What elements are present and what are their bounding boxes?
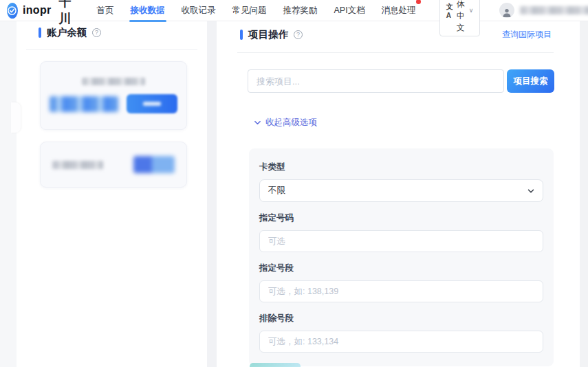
nav-item-api-docs[interactable]: API文档 (334, 0, 365, 22)
question-circle-icon[interactable]: ? (92, 28, 101, 37)
panel-divider-gutter (207, 21, 217, 367)
project-title: 项目操作 ? (240, 28, 303, 41)
divider (26, 49, 197, 50)
brand-name: inopr (23, 4, 52, 16)
main-nav: 首页 接收数据 收取记录 常见问题 推荐奖励 API文档 消息处理 (89, 0, 424, 22)
excluded-prefix-label: 排除号段 (259, 313, 543, 324)
secondary-balance-card (40, 142, 187, 188)
unread-dot-badge (416, 0, 421, 4)
balance-row (50, 94, 177, 113)
project-operations-panel: 项目操作 ? 查询国际项目 项目搜索 收起高级选项 卡类型 不限 (237, 21, 579, 367)
card-type-selected-value: 不限 (268, 185, 285, 197)
brand-logo[interactable]: inopr 千川 (7, 0, 76, 27)
project-panel-title: 项目操作 (248, 28, 288, 41)
language-selector[interactable]: 文A 简体中文 ∨ (439, 0, 481, 36)
nav-item-faq[interactable]: 常见问题 (232, 0, 267, 22)
scrollbar-track (580, 21, 588, 367)
language-label: 简体中文 (457, 0, 465, 34)
card-type-label: 卡类型 (259, 162, 543, 173)
check-circle-logo-icon (7, 3, 18, 19)
title-accent-bar (240, 30, 243, 40)
translate-icon: 文A (446, 2, 453, 19)
chevron-down-icon: ∨ (469, 7, 474, 14)
divider (237, 52, 554, 53)
specified-prefix-input[interactable] (259, 280, 543, 302)
advanced-options-label: 收起高级选项 (265, 117, 317, 129)
project-search-row: 项目搜索 (248, 69, 579, 93)
project-title-row: 项目操作 ? 查询国际项目 (237, 21, 579, 41)
specified-number-input[interactable] (259, 230, 543, 252)
chevron-down-icon (527, 187, 535, 195)
avatar (499, 3, 514, 18)
international-projects-link[interactable]: 查询国际项目 (502, 29, 552, 41)
account-balance-panel: 账户余额 ? (21, 21, 201, 188)
advanced-options-toggle[interactable]: 收起高级选项 (254, 117, 579, 129)
page-content: 账户余额 ? 项目操作 ? (0, 21, 588, 367)
username-blurred (520, 6, 588, 14)
excluded-prefix-field: 排除号段 (259, 313, 543, 353)
left-rail (0, 21, 17, 367)
question-circle-icon[interactable]: ? (294, 30, 303, 39)
specified-number-label: 指定号码 (259, 212, 543, 224)
specified-number-field: 指定号码 (259, 212, 543, 252)
balance-card (40, 61, 187, 130)
balance-amount-blurred (50, 96, 118, 112)
nav-item-messages[interactable]: 消息处理 (382, 0, 416, 22)
chevron-down-icon (254, 119, 261, 126)
project-search-input[interactable] (248, 69, 504, 93)
balance-label-blurred (82, 78, 145, 85)
balance-panel-title: 账户余额 (47, 26, 87, 39)
nav-item-records[interactable]: 收取记录 (182, 0, 216, 22)
top-navbar: inopr 千川 首页 接收数据 收取记录 常见问题 推荐奖励 API文档 消息… (0, 0, 588, 21)
card-type-select[interactable]: 不限 (259, 179, 543, 202)
partial-bottom-button[interactable] (250, 363, 301, 367)
secondary-action-blurred[interactable] (133, 156, 175, 173)
advanced-options-form: 卡类型 不限 指定号码 指定号段 排除号段 (249, 148, 554, 366)
brand-name-cn: 千川 (58, 0, 76, 27)
excluded-prefix-input[interactable] (259, 331, 543, 353)
specified-prefix-field: 指定号段 (259, 263, 543, 302)
title-accent-bar (39, 27, 41, 38)
card-type-field: 卡类型 不限 (259, 162, 543, 202)
nav-item-messages-label: 消息处理 (382, 5, 416, 15)
specified-prefix-label: 指定号段 (259, 263, 543, 274)
project-search-button[interactable]: 项目搜索 (507, 69, 554, 93)
recharge-button-blurred[interactable] (127, 94, 177, 113)
drawer-handle[interactable] (11, 102, 21, 133)
nav-item-referral[interactable]: 推荐奖励 (283, 0, 318, 22)
app-window: inopr 千川 首页 接收数据 收取记录 常见问题 推荐奖励 API文档 消息… (0, 0, 588, 367)
secondary-label-blurred (52, 161, 103, 169)
nav-item-home[interactable]: 首页 (97, 0, 114, 22)
nav-item-receive-data[interactable]: 接收数据 (131, 0, 165, 22)
account-menu[interactable] (499, 3, 588, 18)
